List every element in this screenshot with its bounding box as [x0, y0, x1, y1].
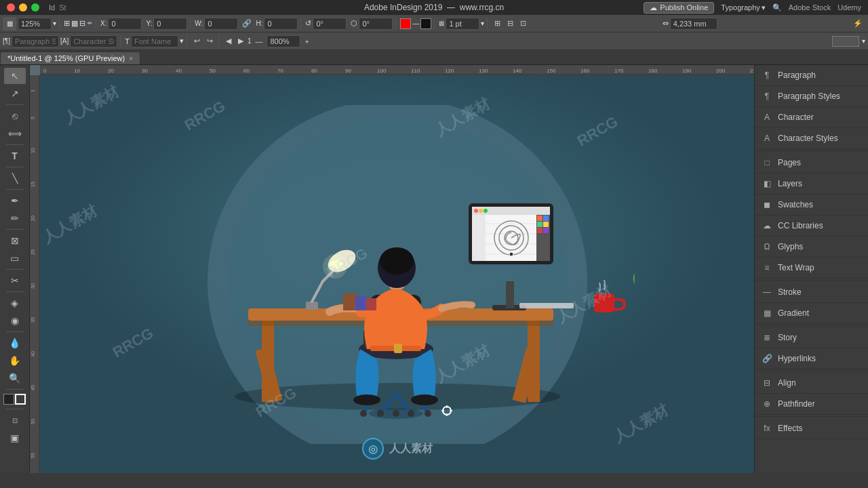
stroke-color-swatch[interactable] [420, 18, 431, 29]
svg-rect-104 [366, 298, 376, 310]
story-label: Story [778, 333, 797, 342]
align-center-btn[interactable]: ⊟ [505, 18, 516, 29]
rect-tool-btn[interactable]: ▭ [4, 250, 26, 266]
left-toolbar: ↖ ↗ ⎋ ⟺ T ╲ ✒ ✏ ⊠ ▭ ✂ ◈ ◉ 💧 ✋ 🔍 ⊡ ▣ [0, 65, 30, 473]
panel-item-cc-libraries[interactable]: ☁CC Libraries [755, 216, 868, 237]
fill-swatch[interactable] [3, 394, 14, 405]
svg-point-83 [393, 410, 399, 417]
toolbar-divider7 [6, 291, 24, 292]
panel-item-stroke[interactable]: —Stroke [755, 282, 868, 303]
stroke-size-group: ⊠ ▾ [439, 18, 488, 30]
panel-item-effects[interactable]: fxEffects [755, 418, 868, 439]
text-frame-btn[interactable]: ⊡ [4, 412, 26, 428]
typography-button[interactable]: Typography ▾ [721, 3, 765, 12]
scissors-btn[interactable]: ✂ [4, 272, 26, 289]
bottom-logo: ◎ 人人素材 [362, 438, 433, 460]
line-tool-btn[interactable]: ╲ [4, 170, 26, 186]
maximize-button[interactable] [31, 3, 39, 12]
view-mode-icon[interactable]: ⊞ [64, 19, 70, 28]
align-label: Align [778, 378, 796, 388]
zoom-out-btn[interactable]: — [252, 36, 265, 47]
gradient-tool-btn[interactable]: ◈ [4, 295, 26, 311]
panel-item-swatches[interactable]: ◼Swatches [755, 195, 868, 216]
page-tool-btn[interactable]: ⎋ [4, 108, 26, 124]
canvas-container[interactable]: 0 10 20 30 40 50 60 70 80 90 100 110 120… [30, 65, 754, 473]
char-style-input[interactable] [70, 35, 117, 47]
x-input[interactable] [108, 18, 142, 30]
ruler-h-ticks: 0 10 20 30 40 50 60 70 80 90 100 110 120… [40, 65, 754, 75]
type-tool-btn[interactable]: T [4, 148, 26, 164]
cc-libraries-icon: ☁ [762, 220, 772, 231]
paragraph-styles-label: Paragraph Styles [778, 92, 840, 101]
panel-item-gradient[interactable]: ▦Gradient [755, 303, 868, 324]
select-tool-btn[interactable]: ↖ [4, 68, 26, 84]
rect-frame-btn[interactable]: ⊠ [4, 232, 26, 249]
view-options-icon[interactable]: ▦ [71, 19, 78, 28]
hand-tool-btn[interactable]: ✋ [4, 352, 26, 369]
svg-text:30: 30 [31, 283, 35, 289]
close-button[interactable] [7, 3, 15, 12]
stroke-down-icon[interactable]: ▾ [481, 20, 484, 27]
zoom-tool-btn[interactable]: 🔍 [4, 370, 26, 386]
align-left-btn[interactable]: ⊞ [492, 18, 503, 29]
paragraph-label: Paragraph [778, 70, 816, 80]
view-options-btn[interactable]: ▣ [4, 430, 26, 446]
zoom-input[interactable] [18, 18, 52, 30]
font-input[interactable] [131, 35, 178, 47]
stroke-weight-input[interactable] [446, 18, 479, 30]
undo-btn[interactable]: ↩ [191, 35, 203, 47]
panel-item-paragraph[interactable]: ¶Paragraph [755, 65, 868, 86]
constraint-btn[interactable]: 🔗 [239, 18, 254, 29]
grid-icon[interactable]: ⊟ [79, 19, 85, 28]
minimize-button[interactable] [19, 3, 27, 12]
h-input[interactable] [264, 18, 298, 30]
view-group: ⊞ ▦ ⊟ ✒ [64, 19, 96, 28]
panel-item-glyphs[interactable]: ΩGlyphs [755, 237, 868, 258]
gap-tool-btn[interactable]: ⟺ [4, 125, 26, 142]
paragraph-style-input[interactable] [12, 35, 59, 47]
rotate-input[interactable] [313, 18, 347, 30]
svg-text:170: 170 [614, 68, 624, 74]
panel-section-divider [755, 371, 868, 371]
panel-item-pages[interactable]: □Pages [755, 152, 868, 174]
zoom-down-icon[interactable]: ▾ [53, 20, 56, 27]
stroke-swatch[interactable] [15, 394, 26, 405]
view-zoom-input[interactable] [267, 35, 300, 47]
canvas-inner[interactable]: 人人素材 RRCG 人人素材 RRCG 人人素材 RRCG 人人素材 RRCG … [40, 75, 754, 473]
color-theme-btn[interactable]: 💧 [4, 335, 26, 351]
w-input[interactable] [204, 18, 238, 30]
panel-item-story[interactable]: ≣Story [755, 327, 868, 348]
align-right-btn[interactable]: ⊡ [517, 18, 529, 29]
document-tab[interactable]: *Untitled-1 @ 125% (GPU Preview) × [0, 52, 140, 64]
panel-item-character-styles[interactable]: ACharacter Styles [755, 128, 868, 149]
redo-btn[interactable]: ↪ [204, 35, 216, 47]
pen-tool-btn[interactable]: ✒ [4, 192, 26, 209]
tab-close-btn[interactable]: × [129, 55, 133, 62]
direct-select-btn[interactable]: ↗ [4, 85, 26, 102]
next-page-btn[interactable]: ▶ [235, 35, 246, 47]
panel-item-pathfinder[interactable]: ⊕Pathfinder [755, 394, 868, 415]
panel-item-hyperlinks[interactable]: 🔗Hyperlinks [755, 348, 868, 369]
gradient-feather-btn[interactable]: ◉ [4, 312, 26, 329]
fill-color-swatch[interactable] [400, 18, 411, 29]
shear-input[interactable] [359, 18, 393, 30]
panel-item-paragraph-styles[interactable]: ¶Paragraph Styles [755, 86, 868, 107]
zoom-in-btn[interactable]: + [302, 36, 311, 47]
panel-item-character[interactable]: ACharacter [755, 107, 868, 128]
svg-rect-95 [394, 344, 402, 353]
panel-item-text-wrap[interactable]: ≡Text Wrap [755, 258, 868, 279]
size-display-input[interactable] [670, 18, 717, 30]
panel-item-layers[interactable]: ◧Layers [755, 174, 868, 195]
search-icon[interactable]: 🔍 [772, 3, 782, 12]
y-input[interactable] [153, 18, 187, 30]
svg-text:50: 50 [210, 68, 216, 74]
quick-actions-btn[interactable]: ⚡ [850, 18, 865, 29]
layers-icon: ◧ [762, 178, 772, 189]
pencil-tool-btn[interactable]: ✏ [4, 210, 26, 226]
prev-page-btn[interactable]: ◀ [223, 35, 234, 47]
publish-online-button[interactable]: ☁ Publish Online [644, 2, 714, 14]
pen-icon[interactable]: ✒ [87, 19, 93, 28]
fill-stroke-widget[interactable] [3, 394, 26, 405]
panel-item-align[interactable]: ⊟Align [755, 373, 868, 394]
story-icon: ≣ [762, 332, 772, 343]
